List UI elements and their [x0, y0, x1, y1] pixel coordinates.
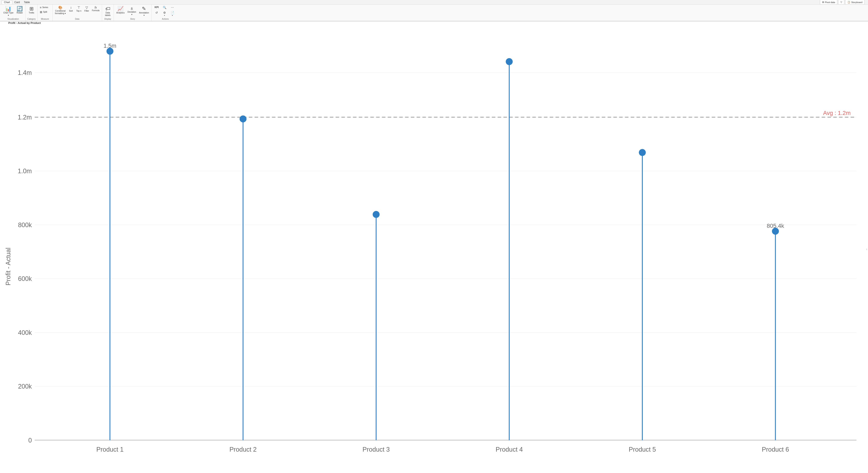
ribbon-group-data: 🎨 Conditionalformatting ▾ ↕ Sort ⊤ Top n… [53, 5, 102, 21]
search-button[interactable]: 🔍 [161, 5, 168, 9]
analytics-button[interactable]: 📈 Analytics [115, 5, 126, 15]
x-label-product5: Product 5 [629, 446, 656, 453]
y-tick-1m: 1.0m [18, 168, 32, 175]
visualization-buttons: 📊 Chart Type▾ 🔄 Rotate [2, 5, 24, 18]
export-button[interactable]: 📄 ▾ [168, 10, 176, 17]
data-buttons: 🎨 Conditionalformatting ▾ ↕ Sort ⊤ Top n… [54, 5, 101, 18]
settings-button[interactable]: ⚙ ▾ [161, 10, 168, 17]
settings-icon: ⚙ [163, 11, 166, 14]
ribbon-group-visualization: 📊 Chart Type▾ 🔄 Rotate Visualization [1, 5, 26, 21]
lollipop-dot-4[interactable] [506, 58, 513, 65]
chart-type-icon: 📊 [5, 6, 11, 11]
rotate-icon: 🔄 [17, 6, 23, 11]
storyboard-icon: 📋 [847, 1, 850, 3]
category-group-label: Category [27, 18, 36, 20]
trellis-icon: ⊞ [29, 6, 34, 11]
more-options-icon: ⋯ [171, 6, 174, 9]
more-options-button[interactable]: ⋯ [168, 5, 176, 9]
display-buttons: 🏷 Datalabels [103, 5, 113, 18]
lollipop-dot-3[interactable] [373, 211, 379, 218]
search-icon: 🔍 [163, 6, 166, 9]
annotation-icon: ✎ [142, 6, 146, 11]
kpi-button[interactable]: KPI [153, 5, 160, 9]
split-icon: ⊠ [40, 10, 42, 13]
series-label: Series [42, 6, 48, 9]
analytics-icon: 📈 [117, 6, 124, 11]
visualization-group-label: Visualization [7, 18, 19, 20]
pivot-icon: ⊞ [822, 1, 824, 3]
story-buttons: 📈 Analytics ± Deviation▾ ✎ Annotation▾ [115, 5, 150, 18]
lollipop-label-1: 1.5m [103, 42, 116, 49]
data-labels-label: Datalabels [105, 11, 111, 17]
conditional-formatting-button[interactable]: 🎨 Conditionalformatting ▾ [54, 5, 67, 16]
annotation-label: Annotation▾ [139, 11, 149, 17]
conditional-formatting-label: Conditionalformatting ▾ [55, 10, 66, 15]
avg-label: Avg : 1.2m [823, 110, 850, 116]
ribbon: 📊 Chart Type▾ 🔄 Rotate Visualization ⊞ T… [0, 5, 868, 21]
undo-icon: ↺ [155, 11, 158, 14]
top-n-icon: ⊤ [78, 6, 80, 9]
menu-table[interactable]: Table [22, 0, 32, 4]
data-labels-button[interactable]: 🏷 Datalabels [103, 5, 113, 18]
top-n-button[interactable]: ⊤ Top n [75, 5, 83, 13]
rotate-button[interactable]: 🔄 Rotate [15, 5, 24, 15]
formula-icon: fx [95, 6, 97, 9]
y-tick-600k: 600k [18, 275, 32, 282]
sort-button[interactable]: ↕ Sort [67, 5, 75, 13]
storyboard-label: Storyboard [851, 1, 862, 3]
measure-buttons: ≡ Series ⊠ Split [39, 5, 51, 18]
trellis-button[interactable]: ⊞ Trellis [27, 5, 36, 15]
conditional-formatting-icon: 🎨 [58, 6, 62, 9]
actions-buttons: KPI 🔍 ⋯ ↺ ⚙ ▾ 📄 ▾ [153, 5, 178, 18]
y-tick-200k: 200k [18, 383, 32, 390]
export-dropdown-arrow: ▾ [172, 14, 173, 17]
ribbon-group-display: 🏷 Datalabels Display [102, 5, 114, 21]
lollipop-chart-svg: Profit - Actual Avg : 1.2m 0 200k 400k 6… [0, 26, 868, 472]
kpi-icon: KPI [155, 6, 159, 8]
undo-button[interactable]: ↺ [153, 10, 160, 15]
lollipop-dot-5[interactable] [639, 149, 646, 156]
chart-type-button[interactable]: 📊 Chart Type▾ [2, 5, 15, 18]
export-icon: 📄 [171, 11, 174, 14]
sort-label: Sort [69, 10, 73, 12]
x-label-product2: Product 2 [229, 446, 256, 453]
category-buttons: ⊞ Trellis [27, 5, 36, 18]
lollipop-label-6: 805.4k [767, 223, 784, 229]
filter-ribbon-button[interactable]: ▽ Filter [83, 5, 90, 13]
series-button[interactable]: ≡ Series [39, 5, 51, 9]
ribbon-group-actions: KPI 🔍 ⋯ ↺ ⚙ ▾ 📄 ▾ Actions [152, 5, 179, 21]
x-label-product3: Product 3 [363, 446, 390, 453]
pivot-data-button[interactable]: ⊞ Pivot data [820, 0, 837, 5]
split-button[interactable]: ⊠ Split [39, 10, 51, 14]
ribbon-group-category: ⊞ Trellis Category [26, 5, 37, 21]
filter-button[interactable]: ▽ [838, 0, 844, 5]
lollipop-dot-2[interactable] [240, 116, 246, 122]
deviation-button[interactable]: ± Deviation▾ [126, 5, 137, 17]
ribbon-right: ⊞ Pivot data ▽ 📋 Storyboard [818, 0, 866, 5]
x-label-product1: Product 1 [96, 446, 123, 453]
y-axis-label: Profit - Actual [5, 247, 12, 285]
menu-bar: Chart Card Table ⊞ Pivot data ▽ 📋 Storyb… [0, 0, 868, 5]
chart-type-label: Chart Type▾ [3, 11, 13, 17]
menu-card[interactable]: Card [12, 0, 22, 4]
data-labels-icon: 🏷 [105, 6, 110, 11]
expand-arrow[interactable]: › [866, 247, 867, 251]
chart-area: Profit - Actual Avg : 1.2m 0 200k 400k 6… [0, 26, 868, 472]
filter-ribbon-label: Filter [85, 10, 89, 12]
actions-group-label: Actions [162, 18, 169, 20]
settings-dropdown-arrow: ▾ [164, 14, 165, 17]
y-tick-0: 0 [28, 437, 32, 444]
trellis-label: Trellis [29, 11, 34, 14]
menu-chart[interactable]: Chart [2, 0, 12, 4]
y-tick-400k: 400k [18, 329, 32, 336]
pivot-data-label: Pivot data [825, 1, 835, 3]
deviation-label: Deviation▾ [128, 11, 136, 16]
storyboard-button[interactable]: 📋 Storyboard [845, 0, 865, 5]
analytics-label: Analytics [116, 11, 125, 14]
ribbon-group-measure: ≡ Series ⊠ Split Measure [37, 5, 53, 21]
chart-title: Profit - Actual by Product [0, 21, 868, 25]
annotation-button[interactable]: ✎ Annotation▾ [138, 5, 150, 18]
formula-button[interactable]: fx Formula [91, 5, 101, 12]
series-icon: ≡ [40, 6, 41, 9]
x-label-product6: Product 6 [762, 446, 789, 453]
